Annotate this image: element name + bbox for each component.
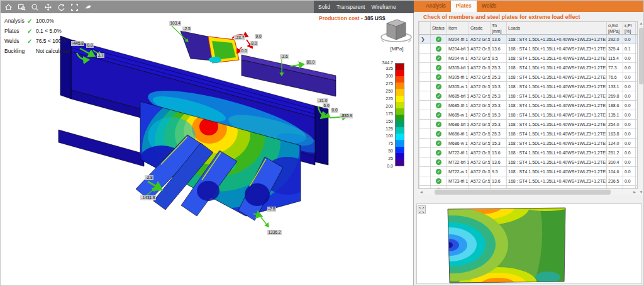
table-row[interactable]: ✓M204-w 1A572 Gr.509.5168 : ST4 1.5DL+1.…: [419, 54, 638, 63]
view-mode-wireframe[interactable]: Wireframe: [371, 4, 396, 10]
cell-status: ✓: [431, 167, 447, 176]
row-expander[interactable]: [419, 148, 431, 157]
row-expander[interactable]: [419, 44, 431, 54]
table-row[interactable]: ✓M686-bfl 1A572 Gr.5025.3168 : ST4 1.5DL…: [419, 120, 638, 129]
scale-tick: 344.7: [353, 60, 393, 65]
table-row[interactable]: ✓M685-w 1A572 Gr.5015.3168 : ST4 1.5DL+1…: [419, 110, 638, 120]
table-row[interactable]: ❯✓M204-tfl 1A572 Gr.5013.6168 : ST4 1.5D…: [419, 35, 638, 44]
cell-extra: 0: [636, 44, 638, 54]
cell-status: ✓: [431, 148, 447, 157]
zoom-icon[interactable]: [30, 3, 40, 12]
table-row[interactable]: ✓M686-w 1A572 Gr.5015.3168 : ST4 1.5DL+1…: [419, 139, 638, 148]
row-expander[interactable]: [419, 82, 431, 91]
horizontal-scrollbar[interactable]: ◄ ►: [418, 189, 638, 195]
column-header[interactable]: σ,Ed[MPa]: [607, 22, 623, 35]
table-row[interactable]: ✓M723-tfl 1A572 Gr.5013.6168 : ST4 1.5DL…: [419, 176, 638, 186]
cell-item: M305-tfl 1: [447, 72, 469, 82]
column-header[interactable]: σ[: [636, 22, 638, 35]
zoom-window-icon[interactable]: [17, 3, 26, 12]
table-row[interactable]: ✓M722-tfl 1A572 Gr.5013.6168 : ST4 1.5DL…: [419, 148, 638, 157]
row-expander[interactable]: [419, 139, 431, 148]
table-row[interactable]: ✓M685-tfl 1A572 Gr.5025.3168 : ST4 1.5DL…: [419, 101, 638, 110]
cell-grade: A572 Gr.50: [469, 167, 491, 176]
vertical-scroll-thumb[interactable]: [639, 28, 643, 84]
row-expander[interactable]: [419, 91, 431, 101]
cell-item: M204-w 1: [447, 54, 469, 63]
cell-loads: 168 : ST4 1.5DL+1.35LL+0.40WS+1WLZ3+1.2T…: [507, 148, 607, 157]
production-cost: Production cost - 385 US$: [319, 15, 385, 21]
rotate-icon[interactable]: [57, 3, 66, 12]
view-mode-solid[interactable]: Solid: [318, 4, 330, 10]
cell-eps: 0.0: [623, 157, 636, 167]
scroll-right-icon[interactable]: ►: [631, 189, 638, 195]
expand-plot-button[interactable]: ↖↗↙↘: [418, 205, 426, 214]
table-row[interactable]: ✓M305-tfl 1A572 Gr.5025.3168 : ST4 1.5DL…: [419, 72, 638, 82]
column-header[interactable]: Item: [447, 22, 469, 35]
stress-scale: [MPa] 344.732530027525022520017515012510…: [353, 46, 411, 181]
section-icon[interactable]: [83, 3, 92, 12]
row-expander[interactable]: [419, 157, 431, 167]
table-row[interactable]: ✓M722-bfl 1A572 Gr.5013.6168 : ST4 1.5DL…: [419, 157, 638, 167]
scale-tick: 50: [353, 149, 393, 153]
row-expander[interactable]: [419, 129, 431, 139]
view-mode-transparent[interactable]: Transparent: [336, 4, 365, 10]
table-row[interactable]: ✓M305-w 1A572 Gr.5015.3168 : ST4 1.5DL+1…: [419, 82, 638, 91]
tab-plates[interactable]: Plates: [451, 1, 477, 12]
row-expander[interactable]: [419, 63, 431, 72]
status-ok-icon: ✓: [436, 74, 441, 80]
table-row[interactable]: ✓M685-bfl 1A572 Gr.5025.3168 : ST4 1.5DL…: [419, 91, 638, 101]
cell-item: M722-bfl 1: [447, 157, 469, 167]
scroll-left-icon[interactable]: ◄: [418, 189, 425, 195]
cell-eps: 0.0: [623, 148, 636, 157]
cell-loads: 168 : ST4 1.5DL+1.35LL+0.40WS+1WLZ3+1.2T…: [507, 176, 607, 186]
cell-item: M204-tfl 1: [447, 35, 469, 44]
status-ok-icon: ✓: [436, 65, 441, 71]
row-expander[interactable]: [419, 110, 431, 120]
column-header[interactable]: Th[mm]: [491, 22, 507, 35]
table-row[interactable]: ✓M686-tfl 1A572 Gr.5025.3168 : ST4 1.5DL…: [419, 129, 638, 139]
row-expander[interactable]: [419, 54, 431, 63]
pan-icon[interactable]: [43, 3, 53, 12]
check-icon: ✓: [27, 38, 36, 45]
column-header[interactable]: [419, 22, 431, 35]
plate-detail-plot[interactable]: [417, 204, 641, 283]
cell-extra: 0: [636, 91, 638, 101]
row-expander[interactable]: [419, 101, 431, 110]
row-expander[interactable]: [419, 167, 431, 176]
column-header[interactable]: Loads: [507, 22, 607, 35]
model-viewport[interactable]: -445.80.03.7103.4-2.5-23.79.09.00.0-2.68…: [1, 1, 414, 286]
cell-th: 13.6: [491, 44, 507, 54]
vertical-scrollbar[interactable]: ▲ ▼: [638, 21, 644, 195]
scroll-up-icon[interactable]: ▲: [638, 21, 644, 26]
cell-grade: A572 Gr.50: [469, 54, 491, 63]
row-expander[interactable]: [419, 176, 431, 186]
scale-tick: 300: [353, 74, 393, 78]
table-row[interactable]: ✓M204-bfl 1A572 Gr.5013.6168 : ST4 1.5DL…: [419, 44, 638, 54]
cell-sigma: 188.6: [607, 101, 623, 110]
cell-extra: 0: [636, 148, 638, 157]
column-header[interactable]: ε,Pl[%]: [623, 22, 636, 35]
zoom-extents-icon[interactable]: [70, 3, 79, 12]
cell-sigma: 251.2: [607, 148, 623, 157]
column-header[interactable]: Grade: [469, 22, 491, 35]
row-expander[interactable]: ❯: [419, 35, 431, 44]
tab-welds[interactable]: Welds: [477, 1, 501, 12]
scroll-down-icon[interactable]: ▼: [638, 190, 644, 195]
cell-status: ✓: [431, 110, 447, 120]
row-expander[interactable]: [419, 120, 431, 129]
horizontal-scroll-thumb[interactable]: [435, 190, 611, 195]
status-ok-icon: ✓: [436, 122, 441, 127]
home-icon[interactable]: [4, 3, 13, 12]
column-header[interactable]: Status: [431, 22, 447, 35]
table-row[interactable]: ✓M722-w 1A572 Gr.509.5168 : ST4 1.5DL+1.…: [419, 167, 638, 176]
cell-extra: 0: [636, 139, 638, 148]
cell-th: 13.6: [491, 148, 507, 157]
cell-extra: 0: [636, 54, 638, 63]
cell-extra: 0: [636, 157, 638, 167]
row-expander[interactable]: [419, 72, 431, 82]
table-row[interactable]: ✓M305-bfl 1A572 Gr.5025.3168 : ST4 1.5DL…: [419, 63, 638, 72]
tab-analysis[interactable]: Analysis: [421, 1, 451, 12]
cell-eps: 0.0: [623, 101, 636, 110]
cell-th: 13.6: [491, 35, 507, 44]
cell-status: ✓: [431, 129, 447, 139]
